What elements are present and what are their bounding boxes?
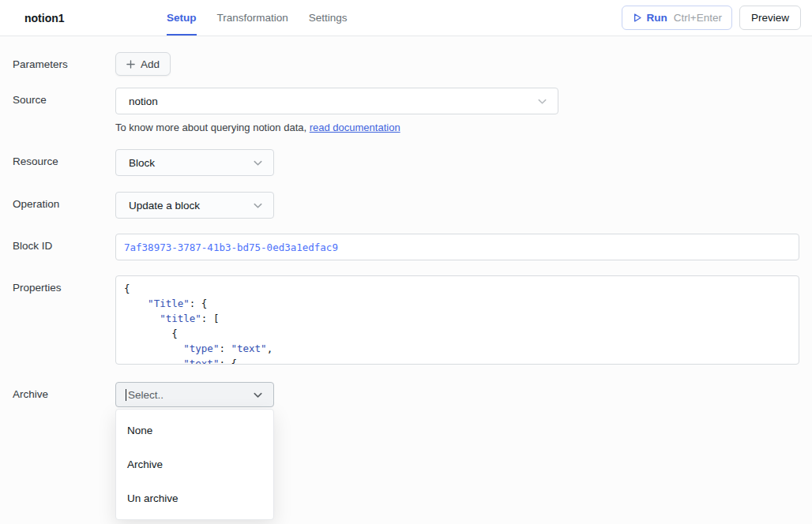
chevron-down-icon (252, 389, 264, 401)
operation-label: Operation (13, 192, 115, 210)
run-shortcut: Ctrl+Enter (674, 12, 722, 24)
text-cursor (126, 389, 126, 401)
chevron-down-icon (536, 95, 548, 107)
resource-row: Resource Block (13, 149, 799, 176)
code-line: { (124, 281, 791, 296)
code-line: "Title": { (124, 296, 791, 311)
block-id-row: Block ID (13, 234, 799, 260)
parameters-label: Parameters (13, 52, 115, 70)
archive-label: Archive (13, 382, 115, 400)
archive-select[interactable]: Select.. (115, 382, 274, 407)
code-line: "text": { (124, 356, 791, 365)
block-id-label: Block ID (13, 234, 115, 252)
tab-bar: Setup Transformation Settings (167, 0, 348, 36)
code-line: "title": [ (124, 311, 791, 326)
operation-value: Update a block (129, 200, 200, 211)
plus-icon (126, 60, 135, 69)
archive-placeholder: Select.. (128, 389, 164, 401)
tab-setup[interactable]: Setup (167, 0, 197, 36)
resource-select[interactable]: Block (115, 149, 274, 176)
add-parameter-button[interactable]: Add (115, 52, 171, 76)
code-line: { (124, 326, 791, 341)
properties-row: Properties { "Title": { "title": [ { "ty… (13, 275, 799, 365)
source-row: Source notion To know more about queryin… (13, 88, 799, 133)
add-parameter-label: Add (141, 58, 160, 70)
run-label: Run (647, 12, 667, 24)
archive-selected-value: Select.. (126, 389, 164, 401)
query-setup-panel: Parameters Add Source notion To know mor… (0, 52, 812, 407)
query-header: notion1 Setup Transformation Settings Ru… (0, 0, 812, 36)
archive-option-none[interactable]: None (116, 414, 273, 447)
archive-field: Select.. None Archive Un archive (115, 382, 274, 407)
query-title: notion1 (24, 0, 167, 36)
properties-label: Properties (13, 275, 115, 294)
source-select[interactable]: notion (115, 88, 558, 114)
chevron-down-icon (252, 157, 264, 169)
source-field: notion To know more about querying notio… (115, 88, 558, 133)
source-help-text: To know more about querying notion data,… (115, 122, 558, 133)
run-button[interactable]: Run Ctrl+Enter (622, 6, 732, 30)
play-icon (632, 13, 642, 23)
parameters-row: Parameters Add (13, 52, 799, 76)
header-actions: Run Ctrl+Enter Preview (622, 0, 801, 36)
resource-label: Resource (13, 149, 115, 167)
resource-value: Block (129, 157, 155, 169)
source-label: Source (13, 88, 115, 106)
tab-settings[interactable]: Settings (309, 0, 348, 36)
tab-transformation[interactable]: Transformation (217, 0, 288, 36)
archive-row: Archive Select.. None Archive Un archive (13, 382, 799, 407)
code-line: "type": "text", (124, 341, 791, 356)
source-value: notion (129, 95, 158, 107)
archive-option-unarchive[interactable]: Un archive (116, 481, 273, 515)
archive-dropdown-menu: None Archive Un archive (115, 409, 274, 520)
block-id-input[interactable] (115, 234, 799, 260)
chevron-down-icon (252, 200, 264, 211)
read-documentation-link[interactable]: read documentation (310, 122, 400, 133)
properties-code-editor[interactable]: { "Title": { "title": [ { "type": "text"… (115, 275, 799, 365)
archive-option-archive[interactable]: Archive (116, 447, 273, 481)
operation-select[interactable]: Update a block (115, 192, 274, 219)
operation-row: Operation Update a block (13, 192, 799, 219)
preview-button[interactable]: Preview (739, 6, 801, 30)
help-prefix: To know more about querying notion data, (115, 122, 310, 133)
